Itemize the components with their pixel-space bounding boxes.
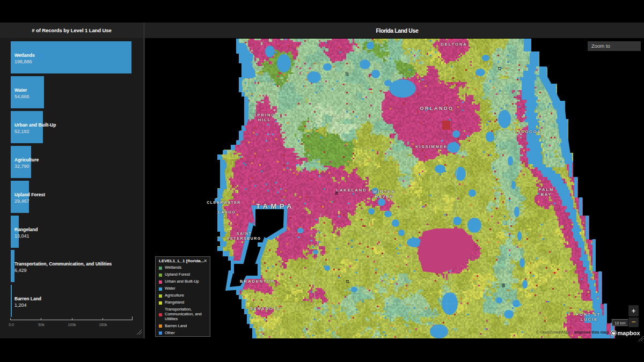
svg-text:mapbox: mapbox [618,330,641,336]
